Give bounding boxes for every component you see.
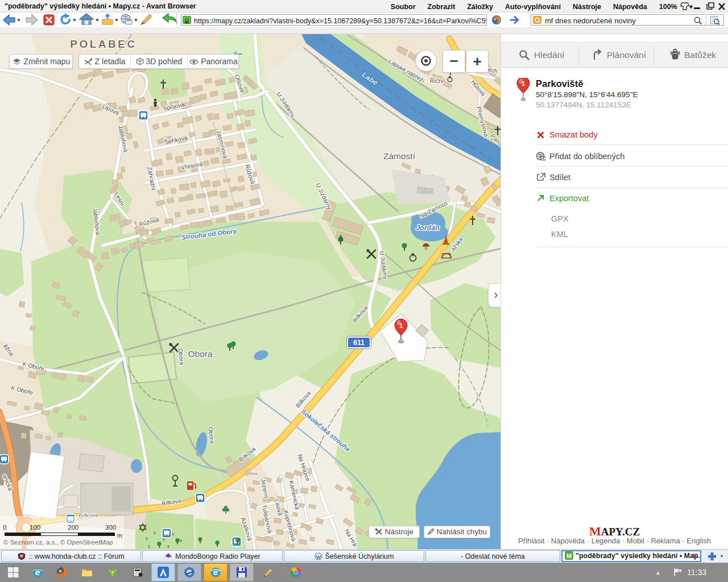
svg-text:Obora: Obora	[188, 349, 212, 359]
svg-text:e: e	[35, 567, 40, 577]
svg-text:1: 1	[399, 322, 403, 329]
svg-text:Zámostí: Zámostí	[383, 151, 416, 161]
svg-text:1: 1	[522, 80, 525, 87]
svg-text:Jordán: Jordán	[416, 224, 440, 232]
svg-text:611: 611	[353, 339, 365, 347]
svg-text:POLABEC: POLABEC	[70, 38, 136, 50]
svg-text:e: e	[213, 567, 218, 577]
svg-text:M: M	[566, 552, 572, 559]
svg-text:Říční: Říční	[430, 77, 444, 84]
